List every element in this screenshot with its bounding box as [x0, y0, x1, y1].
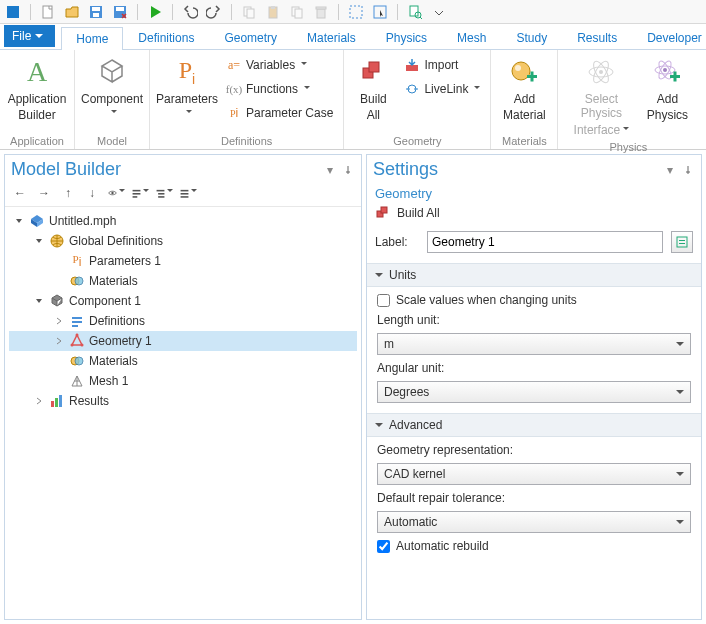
tree-node[interactable]: Results: [9, 391, 357, 411]
scale-values-checkbox[interactable]: [377, 294, 390, 307]
model-tree[interactable]: Untitled.mphGlobal DefinitionsPiParamete…: [5, 207, 361, 619]
panel-menu-icon[interactable]: ▾: [663, 163, 677, 177]
back-icon[interactable]: ←: [11, 184, 29, 202]
select-icon[interactable]: [347, 1, 365, 23]
find-icon[interactable]: [406, 1, 424, 23]
paste-icon[interactable]: [264, 1, 282, 23]
add-material-button[interactable]: Add Material: [497, 54, 551, 125]
tree-menu-icon[interactable]: [179, 184, 197, 202]
default-repair-tolerance-select[interactable]: Automatic: [377, 511, 691, 533]
tree-node[interactable]: Definitions: [9, 311, 357, 331]
qat-app-icon[interactable]: [4, 1, 22, 23]
forward-icon[interactable]: →: [35, 184, 53, 202]
tree-expander-icon[interactable]: [53, 335, 65, 347]
duplicate-icon[interactable]: [288, 1, 306, 23]
tree-node-label: Parameters 1: [89, 254, 161, 268]
settings-panel: Settings ▾ Geometry Build All Label: Uni…: [366, 154, 702, 620]
tab-developer[interactable]: Developer: [632, 26, 706, 49]
svg-point-34: [663, 68, 667, 72]
svg-rect-43: [158, 196, 164, 198]
ribbon-group-label: Geometry: [350, 133, 484, 147]
panel-pin-icon[interactable]: [681, 163, 695, 177]
save-icon[interactable]: [87, 1, 105, 23]
down-icon[interactable]: ↓: [83, 184, 101, 202]
tab-definitions[interactable]: Definitions: [123, 26, 209, 49]
redo-icon[interactable]: [205, 1, 223, 23]
tree-node[interactable]: Geometry 1: [9, 331, 357, 351]
functions-button[interactable]: f(x)Functions: [222, 78, 337, 100]
label-expand-button[interactable]: [671, 231, 693, 253]
svg-rect-60: [59, 395, 62, 407]
tree-expander-icon[interactable]: [33, 295, 45, 307]
panel-pin-icon[interactable]: [341, 163, 355, 177]
expand-icon[interactable]: [155, 184, 173, 202]
functions-icon: f(x): [226, 81, 242, 97]
tree-node[interactable]: Materials: [9, 271, 357, 291]
tree-node[interactable]: PiParameters 1: [9, 251, 357, 271]
label-caption: Label:: [375, 235, 419, 249]
tree-expander-icon[interactable]: [33, 395, 45, 407]
label-input[interactable]: [427, 231, 663, 253]
select-physics-button[interactable]: Select Physics Interface: [564, 54, 638, 139]
qat-dropdown-icon[interactable]: [430, 1, 448, 23]
run-icon[interactable]: [146, 1, 164, 23]
application-builder-button[interactable]: A Application Builder: [6, 54, 68, 125]
tree-node[interactable]: Untitled.mph: [9, 211, 357, 231]
svg-line-19: [420, 17, 422, 19]
tab-results[interactable]: Results: [562, 26, 632, 49]
build-all-button[interactable]: Build All: [350, 54, 396, 125]
show-icon[interactable]: [107, 184, 125, 202]
tab-home[interactable]: Home: [61, 27, 123, 50]
section-advanced-head[interactable]: Advanced: [367, 413, 701, 437]
tree-expander-icon[interactable]: [53, 315, 65, 327]
automatic-rebuild-checkbox[interactable]: [377, 540, 390, 553]
tree-node[interactable]: Mesh 1: [9, 371, 357, 391]
tree-expander-icon[interactable]: [53, 355, 65, 367]
tree-node[interactable]: Component 1: [9, 291, 357, 311]
section-units-head[interactable]: Units: [367, 263, 701, 287]
tree-node[interactable]: Global Definitions: [9, 231, 357, 251]
copy-icon[interactable]: [240, 1, 258, 23]
panel-menu-icon[interactable]: ▾: [323, 163, 337, 177]
undo-icon[interactable]: [181, 1, 199, 23]
tab-study[interactable]: Study: [501, 26, 562, 49]
save-as-icon[interactable]: [111, 1, 129, 23]
parameter-case-button[interactable]: PiParameter Case: [222, 102, 337, 124]
angular-unit-label: Angular unit:: [377, 361, 691, 375]
collapse-icon[interactable]: [131, 184, 149, 202]
default-repair-tolerance-label: Default repair tolerance:: [377, 491, 691, 505]
file-menu-button[interactable]: File: [4, 25, 55, 47]
delete-icon[interactable]: [312, 1, 330, 23]
ribbon-tabs: File Home Definitions Geometry Materials…: [0, 24, 706, 50]
tree-node-label: Definitions: [89, 314, 145, 328]
tree-expander-icon[interactable]: [53, 375, 65, 387]
tree-node-label: Component 1: [69, 294, 141, 308]
up-icon[interactable]: ↑: [59, 184, 77, 202]
ribbon-group-label: Definitions: [156, 133, 337, 147]
new-icon[interactable]: [39, 1, 57, 23]
angular-unit-select[interactable]: Degrees: [377, 381, 691, 403]
open-icon[interactable]: [63, 1, 81, 23]
component-button[interactable]: Component: [81, 54, 143, 123]
tree-expander-icon[interactable]: [13, 215, 25, 227]
tab-materials[interactable]: Materials: [292, 26, 371, 49]
tab-geometry[interactable]: Geometry: [209, 26, 292, 49]
select-mode-icon[interactable]: [371, 1, 389, 23]
add-physics-button[interactable]: Add Physics: [642, 54, 692, 125]
build-all-link[interactable]: Build All: [367, 203, 701, 227]
tree-expander-icon[interactable]: [53, 255, 65, 267]
tree-node[interactable]: Materials: [9, 351, 357, 371]
tree-expander-icon[interactable]: [53, 275, 65, 287]
variables-button[interactable]: a=Variables: [222, 54, 337, 76]
tab-physics[interactable]: Physics: [371, 26, 442, 49]
livelink-button[interactable]: LiveLink: [400, 78, 484, 100]
length-unit-select[interactable]: m: [377, 333, 691, 355]
parameters-button[interactable]: Pi Parameters: [156, 54, 218, 123]
svg-rect-0: [7, 6, 19, 18]
tab-mesh[interactable]: Mesh: [442, 26, 501, 49]
import-button[interactable]: Import: [400, 54, 484, 76]
svg-point-24: [515, 65, 521, 71]
tree-expander-icon[interactable]: [33, 235, 45, 247]
geometry-representation-select[interactable]: CAD kernel: [377, 463, 691, 485]
svg-rect-46: [181, 196, 189, 198]
